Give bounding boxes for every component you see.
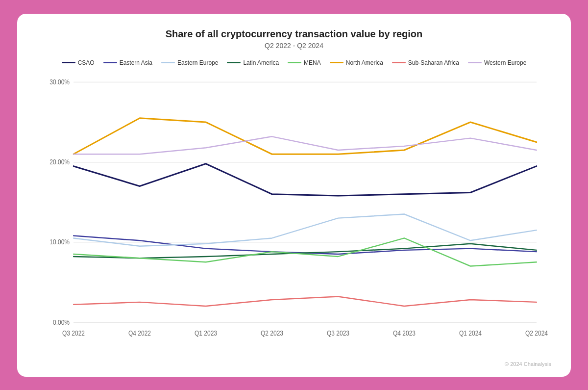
chart-title: Share of all cryptocurrency transaction … [37,28,551,40]
svg-text:Q3 2022: Q3 2022 [62,329,85,337]
legend-item: Eastern Asia [103,59,152,66]
svg-text:0.00%: 0.00% [53,318,70,326]
svg-text:Q2 2023: Q2 2023 [261,329,283,337]
svg-text:Q4 2023: Q4 2023 [393,329,416,337]
legend-item: Latin America [227,59,279,66]
legend-item: Western Europe [468,59,527,66]
legend-item: MENA [288,59,321,66]
legend-item: Sub-Saharan Africa [392,59,459,66]
svg-text:Q1 2024: Q1 2024 [459,329,482,337]
chart-card: Share of all cryptocurrency transaction … [17,14,571,377]
svg-text:Q1 2023: Q1 2023 [195,329,217,337]
svg-text:20.00%: 20.00% [49,158,70,166]
svg-text:Q2 2024: Q2 2024 [525,329,548,337]
legend-item: CSAO [62,59,95,66]
legend-item: North America [330,59,383,66]
line-chart: 0.00%10.00%20.00%30.00%Q3 2022Q4 2022Q1 … [37,70,551,358]
svg-text:10.00%: 10.00% [49,238,70,246]
svg-text:Q3 2023: Q3 2023 [327,329,349,337]
copyright: © 2024 Chainalysis [37,361,551,367]
title-area: Share of all cryptocurrency transaction … [37,28,551,50]
svg-text:30.00%: 30.00% [49,78,70,86]
chart-subtitle: Q2 2022 - Q2 2024 [37,42,551,50]
chart-area: 0.00%10.00%20.00%30.00%Q3 2022Q4 2022Q1 … [37,70,551,358]
legend-item: Eastern Europe [161,59,218,66]
svg-text:Q4 2022: Q4 2022 [128,329,151,337]
legend: CSAOEastern AsiaEastern EuropeLatin Amer… [37,59,551,66]
